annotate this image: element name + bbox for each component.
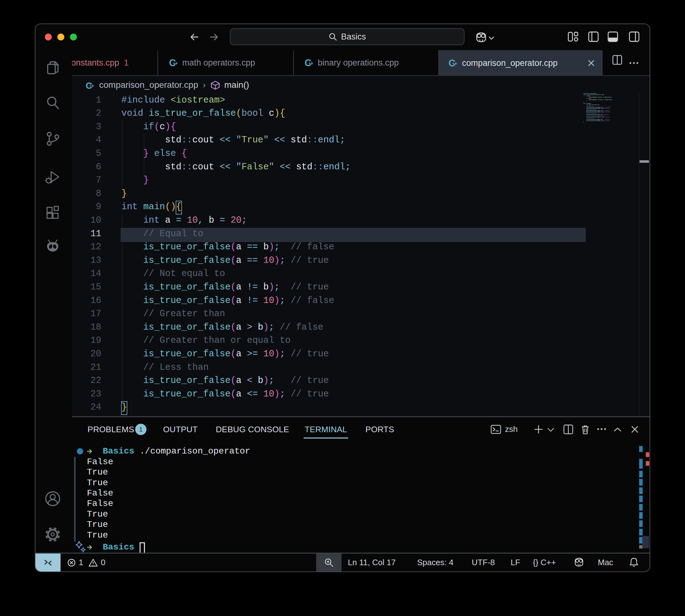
svg-text:+: + xyxy=(310,60,313,66)
svg-text:+: + xyxy=(91,83,94,88)
svg-text:+: + xyxy=(455,61,457,66)
svg-text:+: + xyxy=(175,60,178,66)
